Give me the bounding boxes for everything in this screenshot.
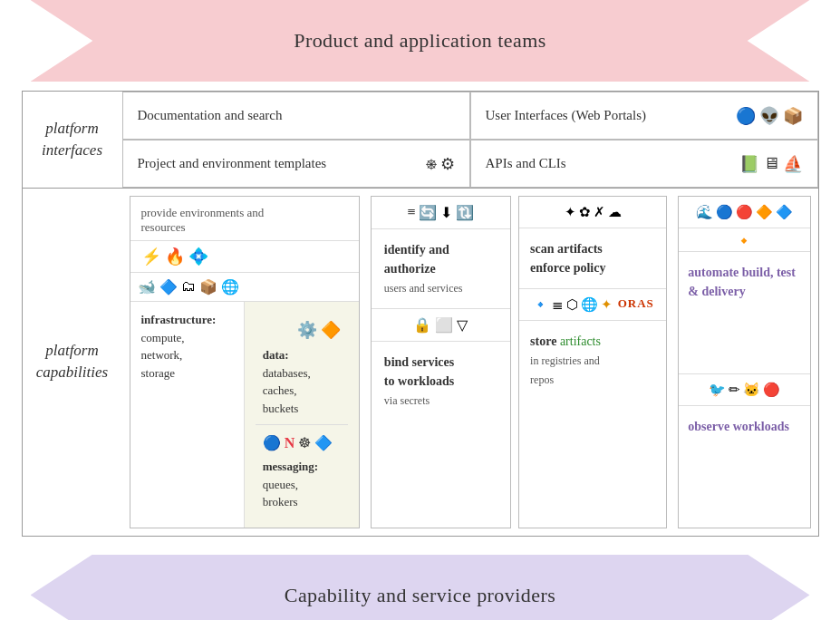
interfaces-grid: Documentation and search User Interfaces… bbox=[122, 92, 818, 188]
second-icons-row: 🐋 🔷 🗂 📦 🌐 bbox=[130, 273, 359, 302]
auth-content: identify and authorize users and service… bbox=[372, 229, 510, 309]
automate-top-icons: 🌊 🔵 🔴 🔶 🔷 bbox=[679, 197, 809, 228]
platform-interfaces-row: platforminterfaces Documentation and sea… bbox=[23, 92, 818, 189]
apis-clis-cell: APIs and CLIs 📗 🖥 ⛵ bbox=[470, 140, 818, 188]
list-icon: ≡ bbox=[407, 204, 415, 221]
scan-content: scan artifactsenforce policy bbox=[519, 228, 666, 289]
folder-icon: 🗂 bbox=[181, 278, 196, 295]
doc-search-label: Documentation and search bbox=[138, 108, 283, 123]
fire-icon: 🔥 bbox=[165, 247, 185, 266]
blue-diamond-icon2: 🔷 bbox=[776, 204, 793, 220]
red-circle-icon: 🔴 bbox=[736, 204, 753, 220]
sync-icon: 🔄 bbox=[419, 204, 437, 221]
store-top-icons: 🔹 ≣ ⬡ 🌐 ✦ ORAS bbox=[519, 289, 666, 321]
doc-search-cell: Documentation and search bbox=[122, 92, 470, 140]
package-icon: 📦 bbox=[783, 106, 803, 126]
store-content: store artifacts in registries andrepos bbox=[519, 321, 666, 400]
orange-diamond-icon: 🔶 bbox=[321, 318, 341, 343]
scan-top-icons: ✦ ✿ ✗ ☁ bbox=[519, 197, 666, 228]
terminal-icon: 🖥 bbox=[763, 154, 779, 173]
top-chevron-label: Product and application teams bbox=[294, 29, 546, 53]
bind-content: bind servicesto workloads via secrets bbox=[372, 342, 510, 421]
infra-data-box: provide environments andresources ⚡ 🔥 💠 … bbox=[130, 196, 360, 528]
top-chevron: Product and application teams bbox=[31, 0, 810, 82]
messaging-label: messaging: bbox=[263, 460, 318, 473]
capabilities-content: provide environments andresources ⚡ 🔥 💠 … bbox=[122, 189, 818, 536]
asterisk-icon: ✦ bbox=[565, 204, 576, 220]
top-icons-row: ⚡ 🔥 💠 bbox=[130, 241, 359, 273]
helm-icon: 🔵 bbox=[736, 106, 756, 126]
messaging-details: queues,brokers bbox=[263, 478, 298, 509]
bolt-icon: ⚡ bbox=[141, 247, 161, 266]
project-templates-icons: ⎈ ⚙ bbox=[426, 153, 455, 174]
data-messaging-cell: ⚙️ 🔶 data: databases,caches,buckets 🔵 N bbox=[245, 302, 359, 528]
observe-top-icons: 🐦 ✏ 🐱 🔴 bbox=[679, 374, 809, 406]
sparkle-icon: ✦ bbox=[601, 296, 613, 313]
circle-blue-icon: 🔵 bbox=[263, 432, 281, 454]
wave-icon: 🌊 bbox=[696, 204, 713, 220]
user-interfaces-icons: 🔵 👽 📦 bbox=[736, 106, 803, 126]
settings-icon: ⚙ bbox=[440, 154, 455, 174]
globe-small-icon: 🌐 bbox=[581, 296, 598, 313]
infra-details: compute,network,storage bbox=[141, 331, 185, 380]
infra-data-bottom: infrastructure: compute,network,storage … bbox=[130, 302, 359, 528]
diamond-icon: 💠 bbox=[188, 247, 208, 266]
automate-content: automate build, test & delivery bbox=[679, 252, 809, 374]
observe-content: observe workloads bbox=[679, 406, 809, 528]
auth-top-icons: ≡ 🔄 ⬇ 🔃 bbox=[372, 197, 510, 229]
apis-clis-label: APIs and CLIs bbox=[486, 156, 566, 171]
scan-box: ✦ ✿ ✗ ☁ scan artifactsenforce policy 🔹 ≣… bbox=[518, 196, 667, 528]
data-details: databases,caches,buckets bbox=[263, 366, 311, 415]
gear-icon: ⚙️ bbox=[297, 318, 317, 343]
provide-environments-label: provide environments andresources bbox=[130, 197, 359, 241]
bind-label: bind servicesto workloads bbox=[384, 355, 454, 388]
cat-icon: 🐱 bbox=[743, 382, 760, 398]
bottom-chevron-label: Capability and service providers bbox=[285, 584, 555, 607]
store-label: store artifacts bbox=[530, 334, 601, 348]
alien-icon: 👽 bbox=[759, 106, 779, 126]
down-icon: ⬇ bbox=[440, 204, 452, 221]
v-icon: 🔷 bbox=[159, 278, 178, 295]
data-label: data: bbox=[263, 348, 289, 362]
scan-label: scan artifactsenforce policy bbox=[530, 242, 605, 275]
user-interfaces-label: User Interfaces (Web Portals) bbox=[486, 108, 646, 123]
n-icon: N bbox=[285, 432, 295, 454]
small-orange-icon: 🔸 bbox=[735, 232, 753, 249]
cloud-icon: ☁ bbox=[608, 204, 622, 220]
x-icon: ✗ bbox=[594, 204, 605, 220]
platform-capabilities-label: platformcapabilities bbox=[23, 189, 122, 536]
blue-small-icon: 🔹 bbox=[532, 296, 549, 313]
project-templates-label: Project and environment templates bbox=[138, 156, 327, 171]
main-box: platforminterfaces Documentation and sea… bbox=[22, 91, 819, 537]
messaging-icons: 🔵 N ☸ 🔷 bbox=[263, 432, 341, 454]
data-cell: ⚙️ 🔶 data: databases,caches,buckets bbox=[256, 311, 348, 425]
hex-icon: ⬡ bbox=[566, 296, 578, 313]
bind-sub: via secrets bbox=[384, 394, 430, 407]
bird-icon: 🐦 bbox=[709, 382, 726, 398]
helm-icon-2: ⎈ bbox=[426, 153, 437, 174]
automate-label: automate build, test & delivery bbox=[688, 266, 796, 298]
box-icon: 📦 bbox=[199, 278, 217, 295]
identify-label: identify and authorize bbox=[384, 243, 449, 276]
extra-icon-row: 🔸 bbox=[679, 228, 809, 252]
infra-label: infrastructure: bbox=[141, 313, 217, 326]
apis-clis-icons: 📗 🖥 ⛵ bbox=[739, 154, 803, 174]
automate-box: 🌊 🔵 🔴 🔶 🔷 🔸 automate build, test & deliv… bbox=[678, 196, 810, 528]
infra-cell: infrastructure: compute,network,storage bbox=[130, 302, 245, 528]
user-interfaces-cell: User Interfaces (Web Portals) 🔵 👽 📦 bbox=[470, 92, 818, 140]
pencil-icon: ✏ bbox=[729, 382, 740, 398]
data-icons: ⚙️ 🔶 bbox=[263, 318, 341, 343]
store-sub: in registries andrepos bbox=[530, 354, 600, 386]
lines-icon: ≣ bbox=[552, 296, 564, 313]
triangle-icon: ▽ bbox=[457, 316, 468, 334]
orange-diamond-icon2: 🔶 bbox=[756, 204, 773, 220]
lock-icon: 🔒 bbox=[413, 316, 431, 334]
observe-label: observe workloads bbox=[688, 420, 789, 433]
globe-icon: 🌐 bbox=[221, 278, 239, 295]
refresh-icon: 🔃 bbox=[456, 204, 474, 221]
red-icon: 🔴 bbox=[763, 382, 780, 398]
diagram-container: Product and application teams platformin… bbox=[0, 0, 840, 620]
bind-top-icons: 🔒 ⬜ ▽ bbox=[372, 309, 510, 342]
sail-icon: ⛵ bbox=[783, 154, 803, 174]
flower-icon: ✿ bbox=[579, 204, 591, 220]
